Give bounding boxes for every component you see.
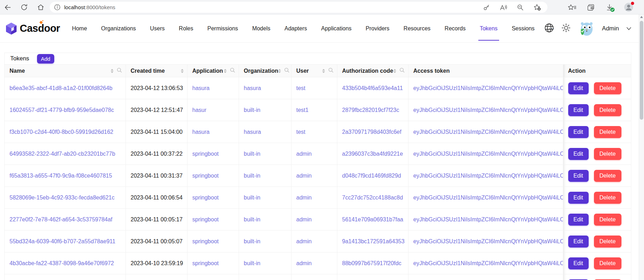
user-link[interactable]: admin — [296, 216, 312, 222]
nav-item-home[interactable]: Home — [72, 14, 87, 42]
auth_code-link[interactable]: a2396037c3ba4fd9221e — [342, 151, 403, 157]
edit-button[interactable]: Edit — [568, 126, 589, 138]
page-scrollbar[interactable] — [639, 14, 644, 280]
organization-link[interactable]: built-in — [244, 195, 260, 201]
nav-item-tokens[interactable]: Tokens — [480, 14, 498, 42]
name-link[interactable]: 4b30acbe-fa22-4387-8098-9a46e70f6972 — [10, 260, 114, 266]
organization-link[interactable]: built-in — [244, 107, 260, 113]
application-link[interactable]: springboot — [192, 238, 219, 244]
search-button-name[interactable] — [117, 67, 122, 74]
auth_code-link[interactable]: d048c7f9cd1469fd829d — [342, 173, 401, 179]
organization-link[interactable]: built-in — [244, 260, 260, 266]
language-button[interactable] — [544, 23, 554, 34]
search-button-application[interactable] — [230, 67, 235, 74]
name-link[interactable]: f3cb1070-c2d4-40f0-8bc0-59919d26d162 — [10, 129, 113, 135]
favorites-bar-icon[interactable] — [568, 4, 576, 11]
theme-toggle-button[interactable] — [562, 23, 571, 34]
edit-button[interactable]: Edit — [568, 192, 589, 204]
chevron-down-icon[interactable] — [626, 27, 631, 30]
edit-button[interactable]: Edit — [568, 104, 589, 116]
sort-toggle-created_time[interactable] — [181, 69, 184, 73]
column-header-created_time[interactable]: Created time — [125, 65, 187, 77]
delete-button[interactable]: Delete — [594, 104, 621, 116]
column-header-organization[interactable]: Organization — [239, 65, 291, 77]
application-link[interactable]: hasura — [192, 129, 210, 135]
user-avatar[interactable] — [578, 20, 595, 37]
delete-button[interactable]: Delete — [594, 236, 621, 248]
name-link[interactable]: 64993582-2322-4df7-ab20-cb23201bc77b — [10, 151, 115, 157]
scrollbar-thumb[interactable] — [640, 21, 643, 120]
auth_code-link[interactable]: 88b0997b675917f20fdc — [342, 260, 401, 266]
column-header-name[interactable]: Name — [5, 65, 125, 77]
auth_code-link[interactable]: 9a1413bc172591a64353 — [342, 238, 405, 244]
application-link[interactable]: springboot — [192, 216, 219, 222]
sort-toggle-application[interactable] — [224, 69, 227, 73]
organization-link[interactable]: hasura — [244, 129, 261, 135]
nav-item-organizations[interactable]: Organizations — [101, 14, 136, 42]
edit-button[interactable]: Edit — [568, 236, 589, 248]
access_token-link[interactable]: eyJhbGciOiJSUzI1NiIsImtpZCI6ImNlcnQtYnVp… — [413, 195, 563, 201]
organization-link[interactable]: built-in — [244, 173, 260, 179]
nav-item-records[interactable]: Records — [444, 14, 466, 42]
browser-back-button[interactable] — [2, 1, 13, 13]
access_token-link[interactable]: eyJhbGciOiJSUzI1NiIsImtpZCI6ImNlcnQtYnVp… — [413, 107, 563, 113]
name-link[interactable]: 2277e0f2-7e78-462f-a654-3c53759784af — [10, 216, 112, 222]
collections-icon[interactable] — [587, 4, 595, 11]
address-bar[interactable]: localhost:8000/tokens — [50, 2, 547, 13]
downloads-button[interactable] — [606, 4, 613, 11]
read-aloud-icon[interactable] — [499, 4, 507, 11]
sort-toggle-organization[interactable] — [278, 69, 281, 73]
auth_code-link[interactable]: 7cc27dc752cc4188ac8d — [342, 195, 403, 201]
application-link[interactable]: hasura — [192, 85, 210, 91]
auth_code-link[interactable]: 56141e709a06931b7faa — [342, 216, 404, 222]
column-header-auth_code[interactable]: Authorization code — [337, 65, 408, 77]
application-link[interactable]: springboot — [192, 151, 219, 157]
name-link[interactable]: b6ea3e35-abcf-41d8-a1a2-01f00fd8264b — [10, 85, 112, 91]
organization-link[interactable]: built-in — [244, 151, 260, 157]
edit-button[interactable]: Edit — [568, 148, 589, 160]
access_token-link[interactable]: eyJhbGciOiJSUzI1NiIsImtpZCI6ImNlcnQtYnVp… — [413, 238, 563, 244]
access_token-link[interactable]: eyJhbGciOiJSUzI1NiIsImtpZCI6ImNlcnQtYnVp… — [413, 173, 563, 179]
delete-button[interactable]: Delete — [594, 148, 621, 160]
user-link[interactable]: test — [296, 129, 306, 135]
organization-link[interactable]: hasura — [244, 85, 261, 91]
organization-link[interactable]: built-in — [244, 216, 260, 222]
delete-button[interactable]: Delete — [594, 214, 621, 226]
application-link[interactable]: springboot — [192, 260, 219, 266]
nav-item-providers[interactable]: Providers — [366, 14, 390, 42]
access_token-link[interactable]: eyJhbGciOiJSUzI1NiIsImtpZCI6ImNlcnQtYnVp… — [413, 260, 563, 266]
user-link[interactable]: admin — [296, 173, 312, 179]
delete-button[interactable]: Delete — [594, 170, 621, 182]
access_token-link[interactable]: eyJhbGciOiJSUzI1NiIsImtpZCI6ImNlcnQtYnVp… — [413, 129, 563, 135]
edit-button[interactable]: Edit — [568, 170, 589, 182]
search-button-auth_code[interactable] — [399, 67, 405, 74]
delete-button[interactable]: Delete — [594, 126, 621, 138]
user-link[interactable]: admin — [296, 238, 312, 244]
auth_code-link[interactable]: 2a370971798d403fc6ef — [342, 129, 401, 135]
browser-profile-button[interactable] — [624, 2, 633, 12]
browser-refresh-button[interactable] — [18, 1, 30, 13]
application-link[interactable]: springboot — [192, 195, 219, 201]
delete-button[interactable]: Delete — [594, 82, 621, 94]
casdoor-logo[interactable]: Casdoor — [5, 22, 60, 35]
edit-button[interactable]: Edit — [568, 82, 589, 94]
scrollbar-up-arrow[interactable] — [640, 16, 643, 18]
site-info-icon[interactable] — [54, 4, 61, 11]
delete-button[interactable]: Delete — [594, 257, 621, 269]
access_token-link[interactable]: eyJhbGciOiJSUzI1NiIsImtpZCI6ImNlcnQtYnVp… — [413, 151, 563, 157]
organization-link[interactable]: built-in — [244, 238, 260, 244]
nav-item-roles[interactable]: Roles — [179, 14, 193, 42]
add-button[interactable]: Add — [37, 54, 54, 64]
user-link[interactable]: admin — [296, 151, 312, 157]
search-button-organization[interactable] — [284, 67, 289, 74]
user-link[interactable]: test — [296, 85, 306, 91]
sort-toggle-name[interactable] — [111, 69, 114, 73]
nav-item-resources[interactable]: Resources — [404, 14, 430, 42]
name-link[interactable]: 55bd324a-6039-40f6-b707-2a55d78ae911 — [10, 238, 115, 244]
column-header-user[interactable]: User — [291, 65, 337, 77]
delete-button[interactable]: Delete — [594, 192, 621, 204]
nav-item-users[interactable]: Users — [150, 14, 165, 42]
name-link[interactable]: 16024557-df21-4779-bfb9-959e5dae078c — [10, 107, 114, 113]
edit-button[interactable]: Edit — [568, 257, 589, 269]
user-link[interactable]: test1 — [296, 107, 309, 113]
